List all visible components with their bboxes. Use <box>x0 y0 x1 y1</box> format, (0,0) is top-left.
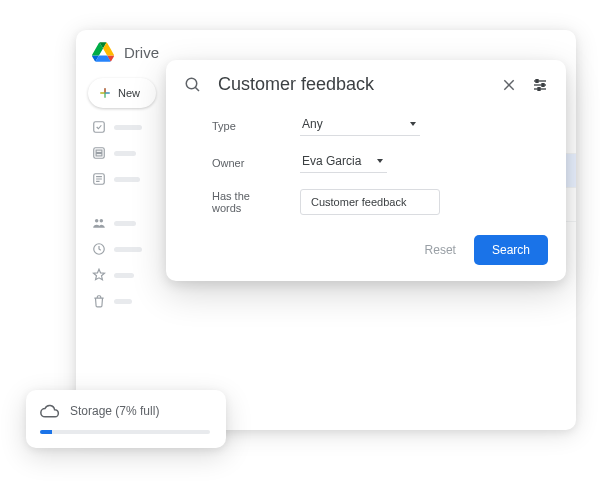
svg-rect-2 <box>96 150 102 152</box>
sidebar-item[interactable] <box>92 120 152 134</box>
search-panel: Type Any Owner Eva Garcia Has the words … <box>166 60 566 281</box>
people-icon <box>92 216 106 230</box>
search-input[interactable] <box>218 74 486 95</box>
filter-haswords-row: Has the words <box>212 189 544 215</box>
filter-owner-label: Owner <box>212 157 282 169</box>
storage-progress-fill <box>40 430 52 434</box>
sidebar-item[interactable] <box>92 172 152 186</box>
svg-point-18 <box>186 78 197 89</box>
app-name: Drive <box>124 44 159 61</box>
plus-icon <box>98 86 112 100</box>
storage-square-icon <box>92 146 106 160</box>
sidebar-item[interactable] <box>92 294 152 308</box>
storage-card[interactable]: Storage (7% full) <box>26 390 226 448</box>
svg-rect-3 <box>96 154 102 156</box>
search-button[interactable]: Search <box>474 235 548 265</box>
star-icon <box>92 268 106 282</box>
storage-label: Storage (7% full) <box>70 404 159 418</box>
chevron-down-icon <box>377 159 383 163</box>
sidebar-item[interactable] <box>92 216 152 230</box>
cloud-icon <box>40 404 60 418</box>
chevron-down-icon <box>410 122 416 126</box>
sidebar-item[interactable] <box>92 242 152 256</box>
filter-haswords-input[interactable] <box>300 189 440 215</box>
svg-point-8 <box>95 219 99 223</box>
filter-owner-select[interactable]: Eva Garcia <box>300 152 387 173</box>
svg-rect-27 <box>538 87 540 90</box>
new-button-label: New <box>118 87 140 99</box>
svg-rect-26 <box>542 83 544 86</box>
close-icon[interactable] <box>502 78 516 92</box>
clock-icon <box>92 242 106 256</box>
sidebar: New <box>76 70 162 316</box>
svg-rect-0 <box>94 122 105 133</box>
check-square-icon <box>92 120 106 134</box>
search-icon <box>184 76 202 94</box>
filter-type-row: Type Any <box>212 115 544 136</box>
news-square-icon <box>92 172 106 186</box>
new-button[interactable]: New <box>88 78 156 108</box>
trash-icon <box>92 294 106 308</box>
svg-line-19 <box>195 87 199 91</box>
sidebar-item[interactable] <box>92 268 152 282</box>
tune-icon[interactable] <box>532 77 548 93</box>
filter-type-value: Any <box>302 117 323 131</box>
filter-haswords-label: Has the words <box>212 190 282 214</box>
storage-progress <box>40 430 210 434</box>
svg-rect-25 <box>536 79 538 82</box>
reset-button[interactable]: Reset <box>425 243 456 257</box>
filter-type-label: Type <box>212 120 282 132</box>
filter-owner-value: Eva Garcia <box>302 154 361 168</box>
sidebar-item[interactable] <box>92 146 152 160</box>
drive-logo-icon <box>92 42 114 62</box>
svg-point-9 <box>100 219 104 223</box>
filter-owner-row: Owner Eva Garcia <box>212 152 544 173</box>
filter-type-select[interactable]: Any <box>300 115 420 136</box>
